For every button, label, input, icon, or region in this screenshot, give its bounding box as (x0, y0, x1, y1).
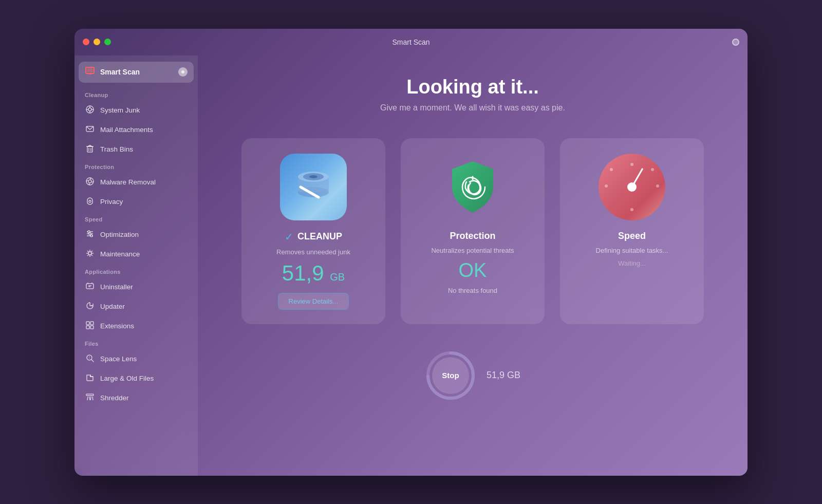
sidebar-item-maintenance[interactable]: Maintenance (79, 245, 194, 264)
review-details-button[interactable]: Review Details... (278, 293, 349, 310)
sidebar-item-mail-attachments[interactable]: Mail Attachments (79, 121, 194, 139)
system-junk-icon (85, 105, 95, 116)
sidebar-item-optimization[interactable]: Optimization (79, 226, 194, 244)
mail-attachments-label: Mail Attachments (100, 126, 153, 134)
maximize-button[interactable] (104, 39, 111, 45)
extensions-icon (85, 321, 95, 332)
svg-line-57 (87, 397, 88, 400)
shredder-icon (85, 393, 95, 404)
malware-removal-icon (85, 177, 95, 188)
cleanup-desc: Removes unneeded junk (276, 248, 350, 256)
cleanup-card: ✓ CLEANUP Removes unneeded junk 51,9 GB … (241, 138, 385, 324)
sidebar-item-system-junk[interactable]: System Junk (79, 101, 194, 120)
uninstaller-icon (85, 282, 95, 293)
protection-card: Protection Neutralizes potential threats… (401, 138, 545, 324)
protection-title-row: Protection (450, 231, 495, 241)
stop-button-container: Stop (425, 350, 476, 401)
cleanup-value-number: 51,9 (282, 261, 324, 285)
section-cleanup: Cleanup (79, 88, 194, 100)
speed-card-icon (599, 154, 665, 220)
privacy-label: Privacy (100, 198, 123, 206)
maintenance-icon (85, 249, 95, 260)
extensions-label: Extensions (100, 322, 134, 330)
minimize-button[interactable] (94, 39, 100, 45)
svg-rect-50 (90, 322, 94, 325)
titlebar: Smart Scan (74, 29, 748, 55)
cards-row: ✓ CLEANUP Removes unneeded junk 51,9 GB … (229, 138, 717, 324)
titlebar-dot (732, 39, 739, 46)
speed-title: Speed (618, 231, 646, 241)
speed-waiting: Waiting... (618, 259, 646, 267)
sidebar-item-space-lens[interactable]: Space Lens (79, 350, 194, 368)
svg-rect-56 (86, 394, 94, 396)
svg-point-18 (86, 178, 94, 185)
sidebar-item-large-old-files[interactable]: Large & Old Files (79, 369, 194, 388)
svg-line-41 (91, 254, 92, 256)
speed-desc: Defining suitable tasks... (596, 247, 668, 254)
traffic-lights (83, 39, 111, 45)
large-old-files-label: Large & Old Files (100, 375, 154, 382)
cleanup-check-icon: ✓ (285, 231, 293, 243)
large-old-files-icon (85, 373, 95, 384)
protection-status-note: No threats found (448, 287, 497, 294)
speed-card: Speed Defining suitable tasks... Waiting… (560, 138, 704, 324)
cleanup-value: 51,9 GB (282, 261, 345, 286)
smart-scan-toggle[interactable] (178, 67, 188, 77)
main-content: Looking at it... Give me a moment. We al… (198, 55, 748, 476)
stop-button[interactable]: Stop (432, 357, 469, 394)
section-protection: Protection (79, 160, 194, 172)
close-button[interactable] (83, 39, 89, 45)
section-files: Files (79, 337, 194, 349)
svg-rect-44 (86, 284, 94, 289)
svg-point-35 (88, 252, 91, 255)
smart-scan-label: Smart Scan (100, 68, 173, 76)
svg-point-65 (309, 175, 317, 178)
content-area: Smart Scan Cleanup (74, 55, 748, 476)
trash-bins-label: Trash Bins (100, 145, 133, 153)
svg-line-54 (91, 360, 94, 362)
sidebar-item-smart-scan[interactable]: Smart Scan (79, 62, 194, 83)
svg-line-60 (92, 397, 93, 400)
updater-label: Updater (100, 303, 125, 310)
speed-title-row: Speed (618, 231, 646, 241)
svg-rect-1 (87, 68, 93, 72)
window-title: Smart Scan (392, 38, 429, 46)
svg-point-5 (88, 108, 91, 111)
sidebar-item-extensions[interactable]: Extensions (79, 317, 194, 335)
sidebar-item-privacy[interactable]: Privacy (79, 193, 194, 211)
malware-removal-label: Malware Removal (100, 178, 156, 186)
trash-bins-icon (85, 144, 95, 155)
section-applications: Applications (79, 265, 194, 277)
main-subtitle: Give me a moment. We all wish it was eas… (380, 103, 565, 113)
protection-desc: Neutralizes potential threats (431, 247, 514, 254)
uninstaller-label: Uninstaller (100, 283, 133, 291)
maintenance-label: Maintenance (100, 250, 140, 258)
svg-rect-2 (88, 73, 91, 74)
svg-point-24 (89, 200, 91, 202)
app-window: Smart Scan Smart Scan (74, 29, 748, 476)
optimization-label: Optimization (100, 231, 139, 238)
smart-scan-icon (85, 66, 95, 79)
svg-line-59 (90, 397, 91, 400)
svg-rect-51 (86, 326, 89, 329)
svg-line-43 (87, 254, 89, 256)
svg-rect-52 (90, 326, 94, 329)
section-speed: Speed (79, 212, 194, 225)
space-lens-label: Space Lens (100, 355, 137, 363)
cleanup-card-icon (280, 154, 347, 220)
sidebar-item-malware-removal[interactable]: Malware Removal (79, 173, 194, 192)
main-heading: Looking at it... (406, 76, 539, 98)
updater-icon (85, 301, 95, 312)
sidebar-item-shredder[interactable]: Shredder (79, 389, 194, 407)
cleanup-title-row: ✓ CLEANUP (285, 231, 342, 243)
optimization-icon (85, 229, 95, 240)
sidebar: Smart Scan Cleanup (74, 55, 198, 476)
mail-attachments-icon (85, 124, 95, 136)
privacy-icon (85, 196, 95, 208)
svg-rect-11 (87, 146, 92, 152)
cleanup-value-unit: GB (330, 271, 345, 283)
sidebar-item-updater[interactable]: Updater (79, 297, 194, 316)
svg-point-33 (88, 231, 90, 233)
sidebar-item-trash-bins[interactable]: Trash Bins (79, 140, 194, 159)
sidebar-item-uninstaller[interactable]: Uninstaller (79, 278, 194, 296)
